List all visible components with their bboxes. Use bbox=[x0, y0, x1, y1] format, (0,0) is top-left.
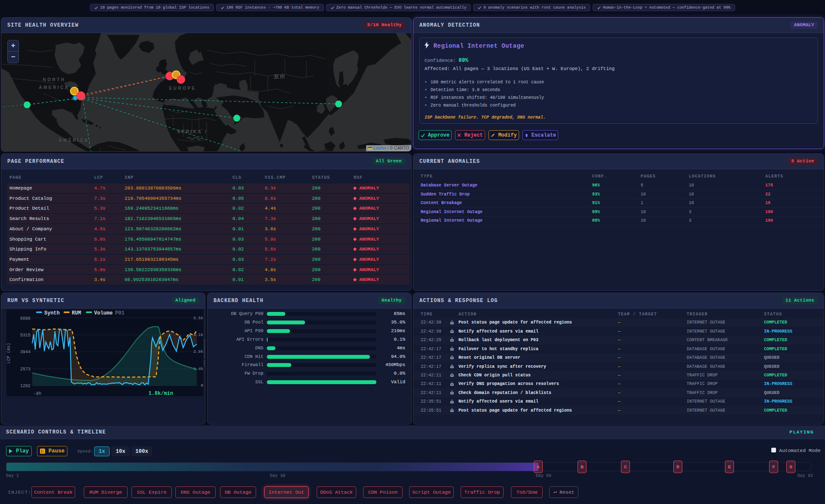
svg-text:5.5k: 5.5k bbox=[193, 316, 203, 321]
svg-text:Sessions/min: Sessions/min bbox=[203, 339, 205, 367]
svg-text:4.1k: 4.1k bbox=[193, 333, 203, 337]
svg-text:1.8k/min: 1.8k/min bbox=[148, 391, 173, 397]
svg-text:EUROPE: EUROPE bbox=[169, 86, 196, 91]
svg-text:3944: 3944 bbox=[20, 350, 31, 354]
svg-text:1202: 1202 bbox=[20, 384, 31, 388]
svg-text:AMERICA: AMERICA bbox=[39, 85, 69, 90]
svg-text:AMÉRICA: AMÉRICA bbox=[58, 137, 89, 143]
svg-text:-8h: -8h bbox=[34, 391, 41, 396]
svg-text:5315: 5315 bbox=[20, 333, 31, 338]
svg-text:2.8k: 2.8k bbox=[193, 349, 203, 354]
svg-text:Synth: Synth bbox=[44, 310, 60, 316]
svg-text:P01: P01 bbox=[115, 310, 125, 316]
svg-text:6686: 6686 bbox=[20, 316, 31, 321]
svg-text:1.4k: 1.4k bbox=[193, 367, 203, 371]
svg-text:Volume: Volume bbox=[94, 310, 113, 316]
svg-text:0: 0 bbox=[201, 383, 203, 388]
svg-text:RUM: RUM bbox=[72, 310, 81, 316]
svg-text:NORTH: NORTH bbox=[43, 77, 65, 82]
svg-text:2573: 2573 bbox=[20, 367, 31, 372]
svg-text:LCP (ms): LCP (ms) bbox=[6, 343, 11, 363]
